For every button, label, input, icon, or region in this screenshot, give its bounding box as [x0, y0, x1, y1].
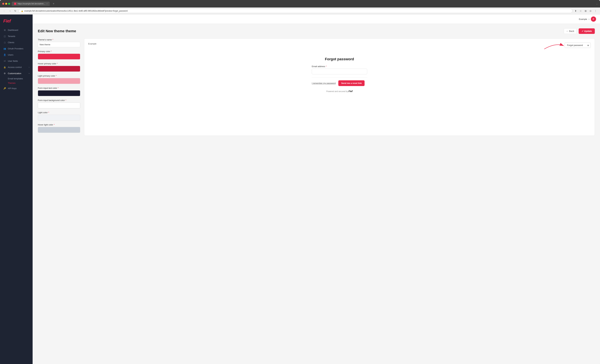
sidebar-item-user-fields[interactable]: 🏷 User fields: [0, 58, 33, 64]
sidebar-item-themes[interactable]: Themes: [8, 81, 33, 85]
sidebar-item-dashboard[interactable]: ⊞ Dashboard: [0, 27, 33, 33]
light-primary-color-group: Light primary color *: [38, 75, 80, 84]
extensions-icon[interactable]: ⊞: [584, 9, 588, 13]
update-button[interactable]: ✓ Update: [579, 28, 595, 34]
sidebar-logo: Fief: [0, 17, 33, 27]
preview-select-wrapper: Forgot password Login Register Reset pas…: [565, 43, 591, 48]
sidebar: Fief ⊞ Dashboard ◫ Tenants ◻ Clients 👥: [0, 15, 33, 364]
address-bar[interactable]: 🔒 example.fief.dev/admin/customization/t…: [19, 9, 572, 13]
profile-icon[interactable]: ⊙: [589, 9, 592, 13]
primary-color-swatch[interactable]: [38, 54, 80, 59]
preview-email-input[interactable]: [312, 69, 367, 74]
tab-title: https://example.fief.dev/admin...: [18, 3, 45, 5]
sidebar-item-email-templates[interactable]: Email templates: [8, 76, 33, 81]
back-button[interactable]: ← Back: [564, 28, 577, 34]
menu-icon[interactable]: ⋮: [593, 9, 598, 13]
hover-primary-color-label: Hover primary color *: [38, 62, 80, 65]
required-indicator: *: [48, 111, 49, 114]
hover-light-color-label: Hover light color *: [38, 124, 80, 126]
lock-icon: 🔒: [3, 66, 6, 69]
preview-form-title: Forgot password: [312, 57, 367, 61]
email-templates-label: Email templates: [8, 77, 23, 80]
preview-form: Forgot password Email address *: [312, 57, 367, 92]
settings-icon: ⚙: [3, 72, 6, 75]
key-icon: 🔑: [3, 87, 6, 90]
tab-close-button[interactable]: ×: [47, 3, 47, 5]
user-icon: 👤: [3, 53, 6, 56]
main-content: Example ∨ F Edit New theme theme ← Back …: [33, 15, 600, 364]
required-indicator: *: [326, 65, 327, 68]
new-tab-button[interactable]: +: [51, 2, 56, 6]
sidebar-item-customization[interactable]: ⚙ Customization ›: [0, 70, 33, 76]
hover-light-color-swatch[interactable]: [38, 127, 80, 133]
expand-icon: ⌄: [596, 3, 598, 5]
chevron-down-icon: ›: [29, 73, 29, 74]
avatar-initial: F: [593, 18, 594, 20]
remember-password-link[interactable]: I remember my password: [312, 82, 336, 84]
tag-icon: 🏷: [3, 59, 6, 62]
browser-tab[interactable]: f https://example.fief.dev/admin... ×: [12, 2, 50, 6]
preview-label: Example: [88, 43, 96, 45]
refresh-button[interactable]: ↻: [13, 9, 17, 13]
sidebar-item-tenants[interactable]: ◫ Tenants: [0, 33, 33, 39]
tab-favicon: f: [14, 3, 16, 5]
sidebar-item-label: Users: [8, 54, 13, 56]
box-icon: ◻: [3, 41, 6, 44]
light-primary-color-swatch[interactable]: [38, 78, 80, 84]
form-input-bg-color-swatch[interactable]: [38, 102, 80, 108]
sidebar-item-oauth-providers[interactable]: 👥 OAuth Providers: [0, 46, 33, 52]
app-layout: Fief ⊞ Dashboard ◫ Tenants ◻ Clients 👥: [0, 15, 600, 364]
sidebar-item-label: Customization: [8, 72, 21, 75]
sidebar-item-label: Tenants: [8, 35, 15, 37]
browser-traffic-lights: [2, 3, 10, 5]
browser-toolbar: ← → ↻ 🔒 example.fief.dev/admin/customiza…: [0, 8, 600, 15]
form-input-text-color-swatch[interactable]: [38, 90, 80, 96]
toolbar-actions: ⬆ ☆ ⊞ ⊙ ⋮: [574, 9, 598, 13]
sidebar-item-label: API Keys: [8, 87, 17, 90]
form-input-bg-color-label: Form input background color *: [38, 99, 80, 101]
close-dot[interactable]: [2, 3, 4, 5]
themes-label: Themes: [8, 82, 16, 84]
bookmark-icon[interactable]: ☆: [579, 9, 583, 13]
header-bar: Example ∨ F: [33, 15, 600, 24]
forward-nav-button[interactable]: →: [8, 9, 12, 13]
theme-name-group: Theme's name *: [38, 38, 80, 47]
share-icon[interactable]: ⬆: [574, 9, 578, 13]
users-cog-icon: 👥: [3, 47, 6, 50]
chevron-down-icon: ∨: [588, 18, 590, 20]
required-indicator: *: [51, 50, 52, 53]
sidebar-navigation: ⊞ Dashboard ◫ Tenants ◻ Clients 👥 OAuth …: [0, 27, 33, 363]
send-reset-link-button[interactable]: Send me a reset link: [338, 80, 365, 86]
theme-name-input[interactable]: [38, 42, 80, 47]
user-menu[interactable]: Example ∨ F: [579, 17, 596, 22]
maximize-dot[interactable]: [8, 3, 10, 5]
light-primary-color-label: Light primary color *: [38, 75, 80, 77]
primary-color-label: Primary color *: [38, 50, 80, 53]
sidebar-item-clients[interactable]: ◻ Clients: [0, 39, 33, 46]
lock-icon: 🔒: [21, 10, 23, 12]
preview-footer: Powered and secured by Fief: [312, 90, 367, 92]
preview-email-group: Email address *: [312, 65, 367, 74]
browser-window: f https://example.fief.dev/admin... × + …: [0, 0, 600, 364]
arrow-annotation: [543, 41, 565, 51]
hover-primary-color-swatch[interactable]: [38, 66, 80, 72]
preview-email-label: Email address *: [312, 65, 367, 68]
sidebar-item-label: Dashboard: [8, 29, 18, 31]
theme-name-label: Theme's name *: [38, 38, 80, 41]
customization-submenu: Email templates Themes: [0, 76, 33, 85]
chevron-down-icon: ›: [29, 66, 29, 68]
required-indicator: *: [57, 62, 58, 65]
required-indicator: *: [58, 87, 59, 89]
sidebar-item-access-control[interactable]: 🔒 Access control ›: [0, 64, 33, 70]
grid-icon: ⊞: [3, 28, 6, 31]
page-title: Edit New theme theme: [38, 29, 76, 33]
sidebar-item-users[interactable]: 👤 Users: [0, 52, 33, 58]
light-color-swatch[interactable]: [38, 115, 80, 121]
sidebar-item-api-keys[interactable]: 🔑 API Keys: [0, 85, 33, 91]
sidebar-item-label: User fields: [8, 60, 18, 62]
minimize-dot[interactable]: [5, 3, 7, 5]
back-nav-button[interactable]: ←: [2, 9, 7, 13]
preview-template-select[interactable]: Forgot password Login Register Reset pas…: [565, 43, 591, 48]
light-color-label: Light color *: [38, 111, 80, 114]
required-indicator: *: [54, 124, 55, 126]
